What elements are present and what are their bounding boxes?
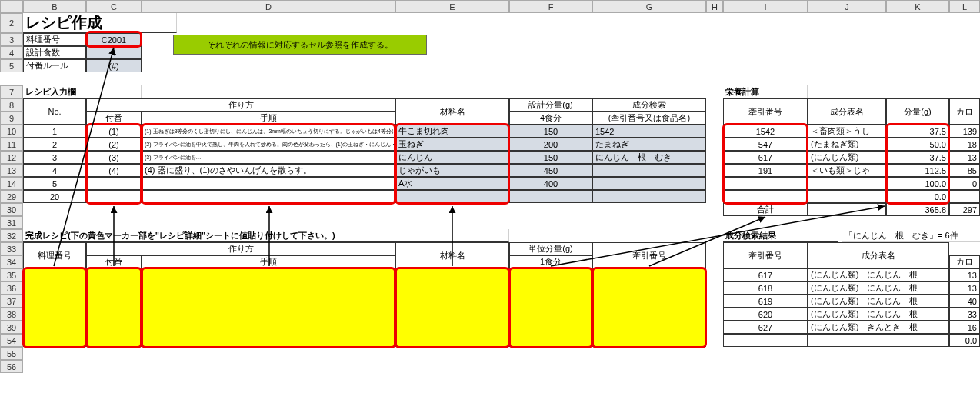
t1-e4[interactable] (509, 190, 592, 203)
row-35[interactable]: 35 (0, 268, 23, 281)
e1k[interactable]: 547 (723, 138, 808, 151)
e1b[interactable]: 50.0 (886, 138, 949, 151)
e1c[interactable]: 18 (949, 138, 980, 151)
ks-e1[interactable] (723, 334, 808, 347)
e2n[interactable]: (にんじん類) (808, 151, 886, 164)
col-G[interactable]: G (592, 0, 706, 13)
t1r1-fuban[interactable]: (2) (86, 138, 142, 151)
e5k[interactable] (723, 190, 808, 203)
ks1n[interactable]: (にんじん類) にんじん 根 (808, 281, 949, 295)
ks4k[interactable]: 627 (723, 321, 808, 334)
col-I[interactable]: I (723, 0, 808, 13)
t1r3-tejun[interactable]: (4) 器に盛り、(1)のさやいんげんを散らす。 (142, 164, 395, 177)
ks1c[interactable]: 13 (949, 281, 980, 295)
row-37[interactable]: 37 (0, 295, 23, 308)
col-B[interactable]: B (23, 0, 86, 13)
t1r1-bunryo[interactable]: 200 (509, 138, 592, 151)
e0n[interactable]: ＜畜肉類＞うし (808, 125, 886, 138)
row-31[interactable]: 31 (0, 216, 23, 229)
ks2n[interactable]: (にんじん類) にんじん 根 (808, 295, 949, 308)
t1-e1[interactable] (86, 190, 142, 203)
e1n[interactable]: (たまねぎ類) (808, 138, 886, 151)
row-8[interactable]: 8 (0, 98, 23, 112)
ks-e2[interactable] (808, 334, 949, 347)
e0k[interactable]: 1542 (723, 125, 808, 138)
t1r4-tejun[interactable] (142, 177, 395, 190)
t1r4-no[interactable]: 5 (23, 177, 86, 190)
t1r2-tejun[interactable]: (3) フライパンに油を… (142, 151, 395, 164)
e4c[interactable]: 0 (949, 177, 980, 190)
t1r4-seibun[interactable] (592, 177, 706, 190)
e2c[interactable]: 13 (949, 151, 980, 164)
t1r0-seibun[interactable]: 1542 (592, 125, 706, 138)
ks2k[interactable]: 619 (723, 295, 808, 308)
t1r1-zairyo[interactable]: 玉ねぎ (395, 138, 509, 151)
row-54[interactable]: 54 (0, 334, 23, 347)
col-D[interactable]: D (142, 0, 395, 13)
ks2c[interactable]: 40 (949, 295, 980, 308)
row-7[interactable]: 7 (0, 85, 23, 98)
row-29[interactable]: 29 (0, 190, 23, 203)
t1r4-fuban[interactable] (86, 177, 142, 190)
t1r0-zairyo[interactable]: 牛こま切れ肉 (395, 125, 509, 138)
col-K[interactable]: K (886, 0, 949, 13)
e5c[interactable] (949, 190, 980, 203)
e4b[interactable]: 100.0 (886, 177, 949, 190)
e5b[interactable]: 0.0 (886, 190, 949, 203)
row-30[interactable]: 30 (0, 203, 23, 216)
k-yellow-d[interactable] (142, 268, 395, 347)
row-10[interactable]: 10 (0, 125, 23, 138)
t1r2-fuban[interactable]: (3) (86, 151, 142, 164)
t1r2-seibun[interactable]: にんじん 根 むき (592, 151, 706, 164)
row-36[interactable]: 36 (0, 281, 23, 295)
row-3[interactable]: 3 (0, 33, 23, 46)
ks4c[interactable]: 16 (949, 321, 980, 334)
t1r0-no[interactable]: 1 (23, 125, 86, 138)
ryori-value[interactable]: C2001 (86, 33, 142, 46)
t1r3-seibun[interactable] (592, 164, 706, 177)
row-32[interactable]: 32 (0, 229, 23, 242)
col-J[interactable]: J (808, 0, 886, 13)
t1r2-zairyo[interactable]: にんじん (395, 151, 509, 164)
t1r0-bunryo[interactable]: 150 (509, 125, 592, 138)
t1-no20[interactable]: 20 (23, 190, 86, 203)
ks-zero[interactable]: 0.0 (949, 334, 980, 347)
ks3n[interactable]: (にんじん類) にんじん 根 (808, 308, 949, 321)
row-38[interactable]: 38 (0, 308, 23, 321)
row-56[interactable]: 56 (0, 360, 23, 373)
t1r4-bunryo[interactable]: 400 (509, 177, 592, 190)
t1r3-zairyo[interactable]: じゃがいも (395, 164, 509, 177)
col-L[interactable]: L (949, 0, 980, 13)
e4n[interactable] (808, 177, 886, 190)
col-F[interactable]: F (509, 0, 592, 13)
row-13[interactable]: 13 (0, 164, 23, 177)
t1r3-no[interactable]: 4 (23, 164, 86, 177)
k-yellow-g[interactable] (592, 268, 706, 347)
k-yellow-b[interactable] (23, 268, 86, 347)
row-39[interactable]: 39 (0, 321, 23, 334)
e3b[interactable]: 112.5 (886, 164, 949, 177)
t1-e3[interactable] (395, 190, 509, 203)
ks1k[interactable]: 618 (723, 281, 808, 295)
t1-e5[interactable] (592, 190, 706, 203)
ks4n[interactable]: (にんじん類) きんとき 根 (808, 321, 949, 334)
fuban-value[interactable]: (#) (86, 59, 142, 72)
k-yellow-f[interactable] (509, 268, 592, 347)
t1r1-no[interactable]: 2 (23, 138, 86, 151)
row-4[interactable]: 4 (0, 46, 23, 59)
e0b[interactable]: 37.5 (886, 125, 949, 138)
t1r4-zairyo[interactable]: A水 (395, 177, 509, 190)
sekkei-value[interactable]: 4 (86, 46, 142, 59)
e4k[interactable] (723, 177, 808, 190)
col-C[interactable]: C (86, 0, 142, 13)
t1r1-seibun[interactable]: たまねぎ (592, 138, 706, 151)
col-E[interactable]: E (395, 0, 509, 13)
ks0k[interactable]: 617 (723, 268, 808, 281)
row-11[interactable]: 11 (0, 138, 23, 151)
t1r2-no[interactable]: 3 (23, 151, 86, 164)
t1r3-bunryo[interactable]: 450 (509, 164, 592, 177)
row-5[interactable]: 5 (0, 59, 23, 72)
e3n[interactable]: ＜いも類＞じゃ (808, 164, 886, 177)
e5n[interactable] (808, 190, 886, 203)
t1r3-fuban[interactable]: (4) (86, 164, 142, 177)
